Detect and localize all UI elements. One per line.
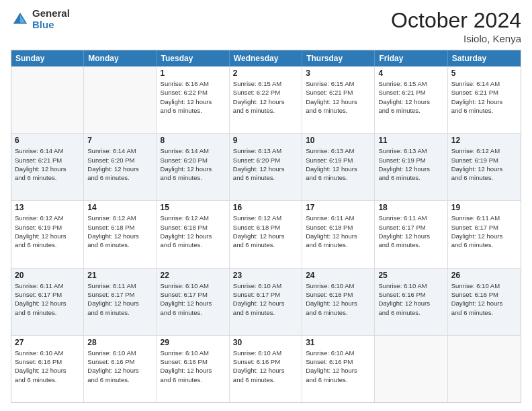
calendar-cell-r3-c4: 24Sunrise: 6:10 AMSunset: 6:16 PMDayligh… (302, 269, 375, 335)
day-number: 1 (161, 68, 226, 78)
day-number: 24 (306, 271, 371, 280)
cell-line: Sunrise: 6:12 AM (451, 146, 517, 155)
cell-line: and 6 minutes. (87, 375, 152, 384)
calendar-cell-r4-c0: 27Sunrise: 6:10 AMSunset: 6:16 PMDayligh… (11, 336, 84, 402)
cell-line: and 6 minutes. (451, 173, 517, 182)
day-number: 19 (451, 203, 517, 212)
calendar-cell-r2-c5: 18Sunrise: 6:11 AMSunset: 6:17 PMDayligh… (375, 201, 447, 267)
cell-line: Daylight: 12 hours (378, 97, 443, 106)
cell-line: Sunrise: 6:10 AM (306, 349, 371, 357)
cell-line: and 6 minutes. (451, 106, 517, 115)
calendar-cell-r1-c3: 9Sunrise: 6:13 AMSunset: 6:20 PMDaylight… (230, 134, 302, 200)
cell-line: Daylight: 12 hours (87, 165, 152, 173)
cell-line: Daylight: 12 hours (233, 299, 298, 308)
cell-line: Daylight: 12 hours (306, 165, 371, 173)
cell-line: Sunset: 6:21 PM (306, 88, 371, 97)
cell-line: and 6 minutes. (161, 375, 226, 384)
calendar-cell-r2-c1: 14Sunrise: 6:12 AMSunset: 6:18 PMDayligh… (84, 201, 157, 267)
cell-line: Sunrise: 6:10 AM (233, 349, 298, 357)
cell-line: Sunset: 6:20 PM (87, 156, 152, 165)
cell-line: and 6 minutes. (15, 240, 80, 249)
calendar-cell-r4-c5 (375, 336, 447, 402)
cell-line: and 6 minutes. (378, 308, 443, 317)
calendar-cell-r1-c4: 10Sunrise: 6:13 AMSunset: 6:19 PMDayligh… (302, 134, 375, 200)
cell-line: Sunrise: 6:13 AM (233, 146, 298, 155)
calendar-cell-r0-c4: 3Sunrise: 6:15 AMSunset: 6:21 PMDaylight… (302, 66, 375, 133)
cell-line: Sunrise: 6:11 AM (306, 214, 371, 222)
day-number: 15 (161, 203, 226, 212)
cell-line: Sunset: 6:17 PM (15, 290, 80, 299)
cell-line: and 6 minutes. (451, 308, 517, 317)
calendar-cell-r3-c2: 22Sunrise: 6:10 AMSunset: 6:17 PMDayligh… (157, 269, 230, 335)
day-number: 28 (87, 338, 152, 347)
weekday-header-sunday: Sunday (11, 50, 84, 66)
cell-line: Daylight: 12 hours (161, 232, 226, 240)
cell-line: Daylight: 12 hours (451, 97, 517, 106)
cell-line: and 6 minutes. (15, 375, 80, 384)
cell-line: Daylight: 12 hours (161, 97, 226, 106)
weekday-header-tuesday: Tuesday (157, 50, 230, 66)
cell-line: Daylight: 12 hours (15, 366, 80, 375)
logo-general-label: General (32, 8, 70, 19)
cell-line: Sunrise: 6:10 AM (161, 281, 226, 290)
cell-line: Daylight: 12 hours (15, 299, 80, 308)
cell-line: Daylight: 12 hours (306, 97, 371, 106)
page: General Blue October 2024 Isiolo, Kenya … (0, 0, 532, 411)
cell-line: Daylight: 12 hours (451, 232, 517, 240)
cell-line: Sunrise: 6:11 AM (451, 214, 517, 222)
cell-line: Sunrise: 6:10 AM (233, 281, 298, 290)
cell-line: Sunset: 6:20 PM (161, 156, 226, 165)
calendar-cell-r3-c5: 25Sunrise: 6:10 AMSunset: 6:16 PMDayligh… (375, 269, 447, 335)
logo-icon (11, 10, 30, 29)
cell-line: Daylight: 12 hours (233, 97, 298, 106)
cell-line: and 6 minutes. (161, 173, 226, 182)
calendar-row-3: 20Sunrise: 6:11 AMSunset: 6:17 PMDayligh… (11, 268, 521, 335)
cell-line: Daylight: 12 hours (451, 299, 517, 308)
cell-line: Sunrise: 6:10 AM (15, 349, 80, 357)
cell-line: Sunset: 6:16 PM (87, 357, 152, 366)
calendar-cell-r0-c6: 5Sunrise: 6:14 AMSunset: 6:21 PMDaylight… (448, 66, 521, 133)
calendar-cell-r1-c5: 11Sunrise: 6:13 AMSunset: 6:19 PMDayligh… (375, 134, 447, 200)
cell-line: and 6 minutes. (378, 106, 443, 115)
cell-line: Daylight: 12 hours (306, 299, 371, 308)
cell-line: Sunrise: 6:14 AM (451, 79, 517, 88)
cell-line: and 6 minutes. (87, 240, 152, 249)
calendar-cell-r2-c0: 13Sunrise: 6:12 AMSunset: 6:19 PMDayligh… (11, 201, 84, 267)
cell-line: and 6 minutes. (161, 240, 226, 249)
cell-line: Sunset: 6:16 PM (378, 290, 443, 299)
title-area: October 2024 Isiolo, Kenya (391, 8, 521, 44)
calendar-row-0: 1Sunrise: 6:16 AMSunset: 6:22 PMDaylight… (11, 66, 521, 133)
calendar-row-4: 27Sunrise: 6:10 AMSunset: 6:16 PMDayligh… (11, 335, 521, 402)
cell-line: Sunrise: 6:10 AM (306, 281, 371, 290)
cell-line: and 6 minutes. (306, 308, 371, 317)
calendar-body: 1Sunrise: 6:16 AMSunset: 6:22 PMDaylight… (11, 66, 521, 402)
day-number: 9 (233, 136, 298, 145)
calendar-cell-r3-c0: 20Sunrise: 6:11 AMSunset: 6:17 PMDayligh… (11, 269, 84, 335)
calendar-cell-r3-c3: 23Sunrise: 6:10 AMSunset: 6:17 PMDayligh… (230, 269, 302, 335)
cell-line: Sunrise: 6:14 AM (87, 146, 152, 155)
cell-line: and 6 minutes. (306, 375, 371, 384)
cell-line: Sunset: 6:18 PM (233, 223, 298, 232)
calendar-cell-r1-c2: 8Sunrise: 6:14 AMSunset: 6:20 PMDaylight… (157, 134, 230, 200)
cell-line: Sunset: 6:18 PM (161, 223, 226, 232)
calendar-cell-r0-c2: 1Sunrise: 6:16 AMSunset: 6:22 PMDaylight… (157, 66, 230, 133)
cell-line: Sunset: 6:17 PM (161, 290, 226, 299)
cell-line: Sunset: 6:19 PM (378, 156, 443, 165)
cell-line: and 6 minutes. (451, 240, 517, 249)
cell-line: Daylight: 12 hours (378, 165, 443, 173)
cell-line: and 6 minutes. (233, 173, 298, 182)
calendar-cell-r1-c0: 6Sunrise: 6:14 AMSunset: 6:21 PMDaylight… (11, 134, 84, 200)
calendar-cell-r2-c6: 19Sunrise: 6:11 AMSunset: 6:17 PMDayligh… (448, 201, 521, 267)
calendar-cell-r2-c3: 16Sunrise: 6:12 AMSunset: 6:18 PMDayligh… (230, 201, 302, 267)
day-number: 3 (306, 68, 371, 78)
calendar-header: SundayMondayTuesdayWednesdayThursdayFrid… (11, 50, 521, 66)
calendar-cell-r0-c0 (11, 66, 84, 133)
day-number: 16 (233, 203, 298, 212)
day-number: 26 (451, 271, 517, 280)
cell-line: Daylight: 12 hours (451, 165, 517, 173)
day-number: 11 (378, 136, 443, 145)
cell-line: Sunrise: 6:10 AM (87, 349, 152, 357)
cell-line: Daylight: 12 hours (161, 165, 226, 173)
cell-line: Sunset: 6:21 PM (15, 156, 80, 165)
cell-line: Sunrise: 6:16 AM (161, 79, 226, 88)
